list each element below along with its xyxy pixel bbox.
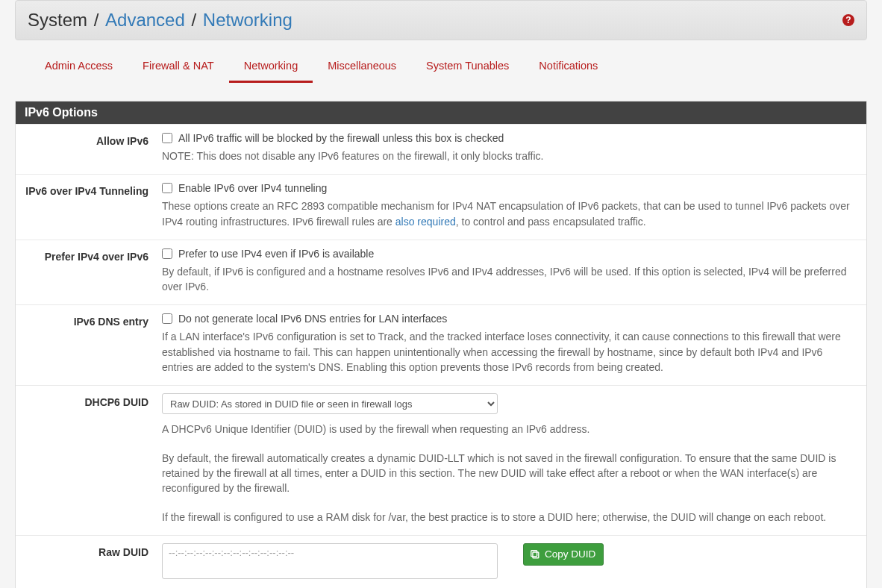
check-prefer-ipv4[interactable]: Prefer to use IPv4 even if IPv6 is avail… xyxy=(162,248,853,260)
label-ipv6-over-ipv4: IPv6 over IPv4 Tunneling xyxy=(16,182,162,229)
label-raw-duid: Raw DUID xyxy=(16,543,162,579)
checkbox-ipv6-dns[interactable] xyxy=(162,313,172,324)
check-text-prefer-ipv4: Prefer to use IPv4 even if IPv6 is avail… xyxy=(178,248,374,260)
breadcrumb-advanced[interactable]: Advanced xyxy=(105,10,185,30)
copy-icon xyxy=(530,549,540,560)
label-ipv6-dns: IPv6 DNS entry xyxy=(16,313,162,375)
check-text-allow-ipv6: All IPv6 traffic will be blocked by the … xyxy=(178,132,504,144)
textarea-raw-duid[interactable] xyxy=(162,543,498,579)
help-post: , to control and pass encapsulated traff… xyxy=(456,216,646,228)
tab-system-tunables[interactable]: System Tunables xyxy=(411,51,524,83)
row-ipv6-over-ipv4: IPv6 over IPv4 Tunneling Enable IPv6 ove… xyxy=(16,174,866,240)
link-also-required[interactable]: also required xyxy=(395,216,456,228)
label-allow-ipv6: Allow IPv6 xyxy=(16,132,162,163)
panel-header: IPv6 Options xyxy=(16,101,866,124)
tab-networking[interactable]: Networking xyxy=(229,51,313,83)
help-allow-ipv6: NOTE: This does not disable any IPv6 fea… xyxy=(162,148,853,163)
svg-rect-1 xyxy=(531,551,537,557)
breadcrumb: System / Advanced / Networking xyxy=(28,10,293,31)
check-allow-ipv6[interactable]: All IPv6 traffic will be blocked by the … xyxy=(162,132,853,144)
row-ipv6-dns: IPv6 DNS entry Do not generate local IPv… xyxy=(16,304,866,385)
help-prefer-ipv4: By default, if IPv6 is configured and a … xyxy=(162,264,853,295)
row-prefer-ipv4: Prefer IPv4 over IPv6 Prefer to use IPv4… xyxy=(16,240,866,305)
svg-rect-0 xyxy=(533,552,539,558)
help-ipv6-dns: If a LAN interface's IPv6 configuration … xyxy=(162,329,853,375)
checkbox-allow-ipv6[interactable] xyxy=(162,133,172,143)
tab-admin-access[interactable]: Admin Access xyxy=(30,51,128,83)
row-dhcp6-duid: DHCP6 DUID Raw DUID: As stored in DUID f… xyxy=(16,385,866,534)
select-dhcp6-duid[interactable]: Raw DUID: As stored in DUID file or seen… xyxy=(162,393,498,414)
row-allow-ipv6: Allow IPv6 All IPv6 traffic will be bloc… xyxy=(16,124,866,174)
ipv6-options-panel: IPv6 Options Allow IPv6 All IPv6 traffic… xyxy=(15,101,867,588)
copy-duid-button[interactable]: Copy DUID xyxy=(523,543,604,566)
help-dhcp6-duid-2: By default, the firewall automatically c… xyxy=(162,451,853,496)
breadcrumb-panel: System / Advanced / Networking ? xyxy=(15,0,867,40)
row-raw-duid: Raw DUID Copy DUID xyxy=(16,535,866,588)
check-ipv6-over-ipv4[interactable]: Enable IPv6 over IPv4 tunneling xyxy=(162,182,853,194)
breadcrumb-networking[interactable]: Networking xyxy=(203,10,293,30)
help-dhcp6-duid-1: A DHCPv6 Unique Identifier (DUID) is use… xyxy=(162,422,853,437)
help-ipv6-over-ipv4: These options create an RFC 2893 compati… xyxy=(162,198,853,229)
checkbox-prefer-ipv4[interactable] xyxy=(162,248,172,259)
label-dhcp6-duid: DHCP6 DUID xyxy=(16,393,162,524)
check-text-ipv6-over-ipv4: Enable IPv6 over IPv4 tunneling xyxy=(178,182,327,194)
tabs: Admin Access Firewall & NAT Networking M… xyxy=(30,51,852,83)
tab-firewall-nat[interactable]: Firewall & NAT xyxy=(128,51,229,83)
breadcrumb-sep: / xyxy=(94,10,104,30)
checkbox-ipv6-over-ipv4[interactable] xyxy=(162,183,172,193)
check-text-ipv6-dns: Do not generate local IPv6 DNS entries f… xyxy=(178,313,447,325)
tab-miscellaneous[interactable]: Miscellaneous xyxy=(313,51,411,83)
help-icon[interactable]: ? xyxy=(842,14,854,26)
label-prefer-ipv4: Prefer IPv4 over IPv6 xyxy=(16,248,162,295)
help-dhcp6-duid-3: If the firewall is configured to use a R… xyxy=(162,510,853,525)
breadcrumb-root[interactable]: System xyxy=(28,10,87,30)
copy-duid-label: Copy DUID xyxy=(545,548,595,560)
breadcrumb-sep: / xyxy=(191,10,201,30)
check-ipv6-dns[interactable]: Do not generate local IPv6 DNS entries f… xyxy=(162,313,853,325)
tab-notifications[interactable]: Notifications xyxy=(524,51,613,83)
